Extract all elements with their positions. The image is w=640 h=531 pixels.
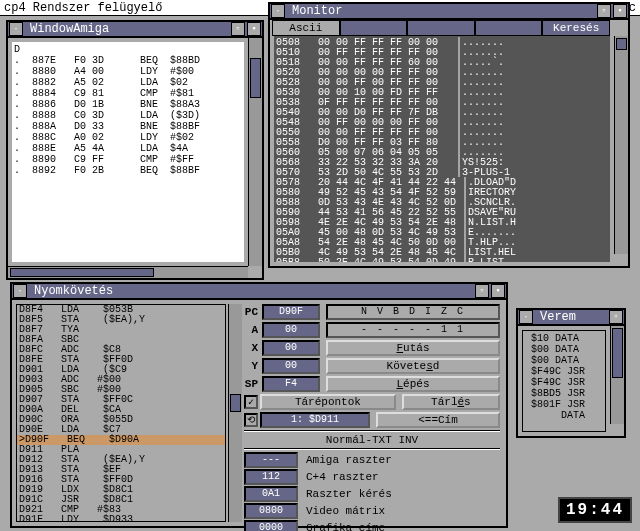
tab-2[interactable] — [340, 20, 408, 36]
trace-row[interactable]: D91F LDY $D933 — [17, 515, 225, 522]
window-monitor-titlebar[interactable]: · Monitor ▫ ▪ — [270, 4, 628, 20]
depth-gadget[interactable]: ▫ — [475, 284, 489, 298]
trace-right-panel: PC D90F N V B D I Z C A 00 - - - - - 1 1… — [244, 304, 500, 522]
reg-y-value: 00 — [262, 358, 320, 374]
breakpoint-value[interactable]: 1: $D911 — [260, 412, 370, 428]
window-trace-title: Nyomkövetés — [28, 284, 474, 298]
reg-sp-value: F4 — [262, 376, 320, 392]
window-stack-title: Verem — [534, 310, 608, 324]
breakpoint-check[interactable]: ✓ — [244, 395, 258, 409]
close-gadget[interactable]: · — [271, 4, 285, 18]
window-stack-titlebar[interactable]: · Verem ▫ — [518, 310, 624, 326]
reg-x-value: 00 — [262, 340, 320, 356]
hscroll[interactable] — [8, 266, 248, 278]
window-amiga: · WindowAmiga ▫ ▪ D . 887E F0 3D BEQ $88… — [6, 20, 264, 280]
flags-values: - - - - - 1 1 — [326, 322, 500, 338]
info-label: C+4 raszter — [306, 471, 500, 483]
info-value: 0A1 — [244, 486, 298, 502]
info-value: 112 — [244, 469, 298, 485]
info-value: 0800 — [244, 503, 298, 519]
zoom-gadget[interactable]: ▪ — [247, 22, 261, 36]
clock: 19:44 — [558, 497, 632, 523]
disassembly-pane: D . 887E F0 3D BEQ $88BD . 8880 A4 00 LD… — [12, 42, 244, 262]
stack-list: $10 DATA $00 DATA $00 DATA $F49C JSR $F4… — [522, 330, 606, 432]
window-stack: · Verem ▫ $10 DATA $00 DATA $00 DATA $F4… — [516, 308, 626, 438]
run-button[interactable]: Futás — [326, 340, 500, 356]
info-label: Grafika címe — [306, 522, 500, 531]
flags-header: N V B D I Z C — [326, 304, 500, 320]
reg-a-value: 00 — [262, 322, 320, 338]
reg-y-label: Y — [244, 360, 262, 372]
cycle-gadget[interactable]: ⟲ — [244, 413, 258, 427]
vscroll[interactable] — [248, 38, 262, 266]
tab-3[interactable] — [407, 20, 475, 36]
tab-search[interactable]: Keresés — [542, 20, 610, 36]
reg-sp-label: SP — [244, 378, 262, 390]
info-label: Amiga raszter — [306, 454, 500, 466]
app-title: cp4 Rendszer felügyelő — [4, 1, 162, 15]
step-button[interactable]: Lépés — [326, 376, 500, 392]
close-gadget[interactable]: · — [9, 22, 23, 36]
info-label: Video mátrix — [306, 505, 500, 517]
window-monitor: · Monitor ▫ ▪ Ascii Keresés 0508 00 00 F… — [268, 2, 630, 268]
depth-gadget[interactable]: ▫ — [231, 22, 245, 36]
monitor-tabs: Ascii Keresés — [272, 20, 610, 36]
close-gadget[interactable]: · — [519, 310, 533, 324]
depth-gadget[interactable]: ▫ — [597, 4, 611, 18]
depth-gadget[interactable]: ▫ — [609, 310, 623, 324]
info-label: Raszter kérés — [306, 488, 500, 500]
reg-a-label: A — [244, 324, 262, 336]
window-trace: · Nyomkövetés ▫ ▪ D8F4 LDA $053BD8F5 STA… — [10, 282, 508, 528]
reg-pc-value: D90F — [262, 304, 320, 320]
tab-ascii[interactable]: Ascii — [272, 20, 340, 36]
goto-addr-button[interactable]: <==Cím — [376, 412, 500, 428]
close-gadget[interactable]: · — [13, 284, 27, 298]
tab-4[interactable] — [475, 20, 543, 36]
window-trace-titlebar[interactable]: · Nyomkövetés ▫ ▪ — [12, 284, 506, 300]
window-monitor-title: Monitor — [286, 4, 596, 18]
reg-pc-label: PC — [244, 306, 262, 318]
window-amiga-titlebar[interactable]: · WindowAmiga ▫ ▪ — [8, 22, 262, 38]
hexdump-pane: 0508 00 00 FF FF FF 00 00 |....... 0510 … — [274, 36, 610, 262]
vscroll[interactable] — [228, 304, 242, 522]
vscroll[interactable] — [610, 326, 624, 424]
reg-x-label: X — [244, 342, 262, 354]
info-value: --- — [244, 452, 298, 468]
info-value: 0000 — [244, 520, 298, 531]
trace-list[interactable]: D8F4 LDA $053BD8F5 STA ($EA),YD8F7 TYAD8… — [16, 304, 226, 522]
follow-button[interactable]: Követesd — [326, 358, 500, 374]
breakpoints-button[interactable]: Tárépontok — [260, 394, 396, 410]
mode-label: Normál-TXT INV — [244, 434, 500, 446]
clear-button[interactable]: Tárlés — [402, 394, 500, 410]
zoom-gadget[interactable]: ▪ — [491, 284, 505, 298]
vscroll[interactable] — [614, 36, 628, 254]
window-amiga-title: WindowAmiga — [24, 22, 230, 36]
zoom-gadget[interactable]: ▪ — [613, 4, 627, 18]
